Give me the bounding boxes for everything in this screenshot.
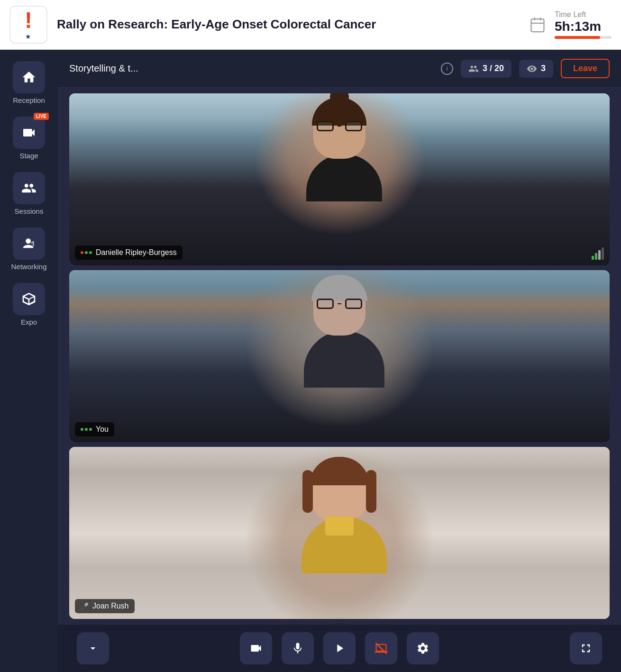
- time-progress-fill: [555, 36, 600, 39]
- event-title: Rally on Research: Early-Age Onset Color…: [57, 17, 527, 33]
- video-grid: Danielle Ripley-Burgess: [58, 88, 621, 625]
- name-overlay-you: You: [75, 422, 114, 436]
- name-overlay-joan: 🎤 Joan Rush: [75, 599, 135, 613]
- microphone-button[interactable]: [282, 632, 314, 664]
- muted-icon-joan: 🎤: [81, 602, 89, 610]
- event-title-text: Rally on Research: Early-Age Onset Color…: [57, 17, 527, 33]
- camera-icon: [249, 642, 263, 655]
- live-badge: LIVE: [34, 113, 49, 120]
- logo-star: ★: [25, 33, 31, 40]
- sidebar-item-networking[interactable]: Networking: [8, 224, 50, 274]
- time-section: Time Left 5h:13m: [527, 10, 612, 39]
- video-feed-joan: [69, 447, 610, 619]
- booth-icon: [21, 291, 37, 307]
- chevron-down-icon: [87, 643, 99, 654]
- screen-share-icon: [374, 642, 388, 655]
- top-header: ! ★ Rally on Research: Early-Age Onset C…: [0, 0, 621, 50]
- name-overlay-danielle: Danielle Ripley-Burgess: [75, 245, 183, 260]
- signal-indicator-danielle: [592, 247, 604, 260]
- screen-share-button[interactable]: [365, 632, 397, 664]
- watchers-badge: 3: [519, 60, 553, 78]
- participant-name-joan: Joan Rush: [92, 602, 129, 610]
- video-camera-icon: [21, 125, 37, 140]
- people-icon: [21, 181, 37, 196]
- video-tile-joan: 🎤 Joan Rush: [69, 447, 610, 619]
- sidebar-label-stage: Stage: [19, 152, 38, 160]
- controls-right: [570, 632, 602, 664]
- person-danielle: [306, 102, 373, 178]
- gear-icon: [416, 642, 429, 655]
- sidebar: Reception LIVE Stage Sessions: [0, 50, 58, 672]
- expo-icon-box: [13, 283, 45, 315]
- settings-button[interactable]: [407, 632, 439, 664]
- logo: ! ★: [9, 6, 47, 44]
- sessions-icon-box: [13, 172, 45, 204]
- sidebar-item-reception[interactable]: Reception: [8, 57, 50, 108]
- participants-icon: [468, 64, 479, 74]
- leave-button[interactable]: Leave: [561, 59, 610, 78]
- sidebar-item-sessions[interactable]: Sessions: [8, 168, 50, 219]
- mic-icon: [291, 642, 304, 655]
- sidebar-item-expo[interactable]: Expo: [8, 279, 50, 330]
- play-icon: [333, 642, 346, 655]
- time-left-value: 5h:13m: [555, 19, 601, 34]
- fullscreen-button[interactable]: [570, 632, 602, 664]
- content-area: Storytelling & t... i 3 / 20 3 Leave: [58, 50, 621, 672]
- home-icon: [21, 70, 37, 85]
- participants-badge: 3 / 20: [461, 60, 511, 78]
- logo-exclamation: !: [25, 9, 32, 32]
- sidebar-label-expo: Expo: [21, 318, 37, 326]
- info-icon[interactable]: i: [441, 63, 453, 75]
- person-you: [304, 279, 375, 364]
- networking-icon-box: [13, 227, 45, 260]
- participant-name-danielle: Danielle Ripley-Burgess: [96, 248, 177, 257]
- participant-name-you: You: [96, 425, 109, 434]
- controls-left: [77, 632, 109, 664]
- time-info: Time Left 5h:13m: [555, 10, 612, 39]
- stage-icon-box: LIVE: [13, 117, 45, 149]
- calendar-icon: [527, 14, 548, 35]
- session-name: Storytelling & t...: [69, 63, 433, 74]
- watchers-count: 3: [541, 64, 546, 73]
- watchers-icon: [527, 64, 537, 74]
- svg-rect-0: [531, 19, 544, 32]
- time-progress-bar: [555, 36, 612, 39]
- sidebar-label-reception: Reception: [13, 96, 45, 104]
- fullscreen-icon: [579, 642, 593, 655]
- reception-icon-box: [13, 61, 45, 93]
- participants-count: 3 / 20: [483, 64, 504, 73]
- camera-button[interactable]: [240, 632, 272, 664]
- video-tile-you: You: [69, 270, 610, 442]
- play-button[interactable]: [323, 632, 356, 664]
- handshake-icon: [21, 236, 37, 251]
- bottom-controls: [58, 625, 621, 672]
- sidebar-item-stage[interactable]: LIVE Stage: [8, 113, 50, 163]
- controls-center: [240, 632, 439, 664]
- video-feed-danielle: [69, 93, 610, 265]
- video-tile-danielle: Danielle Ripley-Burgess: [69, 93, 610, 265]
- time-left-label: Time Left: [555, 10, 586, 19]
- chevron-button[interactable]: [77, 632, 109, 664]
- sub-header: Storytelling & t... i 3 / 20 3 Leave: [58, 50, 621, 88]
- main-layout: Reception LIVE Stage Sessions: [0, 50, 621, 672]
- sidebar-label-networking: Networking: [11, 263, 46, 271]
- sidebar-label-sessions: Sessions: [15, 207, 44, 215]
- person-joan: [301, 461, 377, 551]
- video-feed-you: [69, 270, 610, 442]
